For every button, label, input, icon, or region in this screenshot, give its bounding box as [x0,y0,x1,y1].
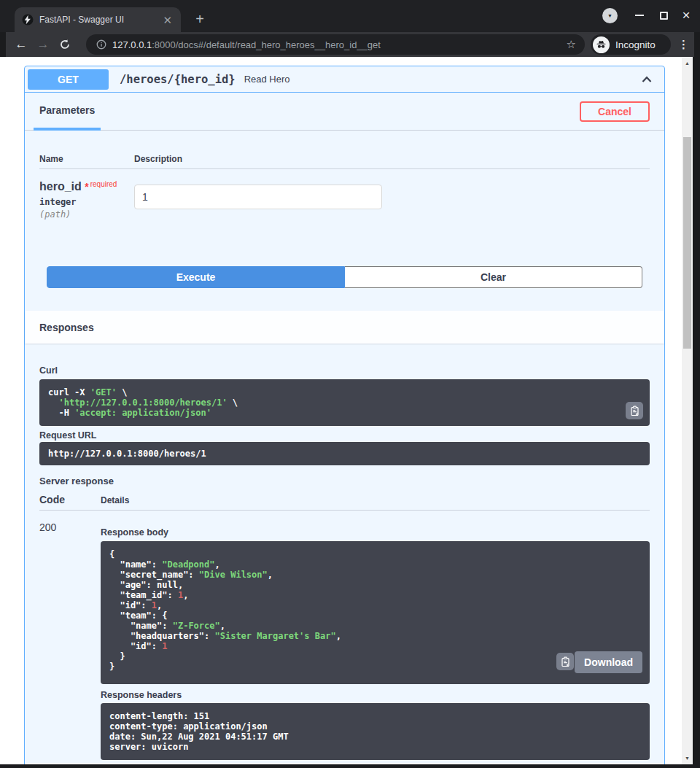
request-url-label: Request URL [39,430,650,441]
forward-button[interactable]: → [34,34,52,55]
operation-summary[interactable]: GET /heroes/{hero_id} Read Hero [25,66,664,93]
request-url-block: http://127.0.0.1:8000/heroes/1 [39,442,650,465]
scroll-down-icon[interactable]: ▼ [682,756,693,761]
browser-tab-bar: FastAPI - Swagger UI ✕ + ▼ × [0,0,700,32]
window-menu-circle-icon[interactable]: ▼ [602,8,618,23]
scrollbar-thumb[interactable] [683,137,691,349]
response-body-block: { "name": "Deadpond", "secret_name": "Di… [101,541,650,684]
incognito-label: Incognito [615,39,656,50]
parameter-row: hero_id *required integer (path) [39,169,650,220]
window-maximize-button[interactable] [656,7,672,23]
browser-tab[interactable]: FastAPI - Swagger UI ✕ [15,7,181,32]
parameters-tab-row: Parameters Cancel [25,93,664,131]
column-details: Details [101,495,129,505]
minimize-icon [635,15,644,16]
documented-responses-header: Responses [25,763,664,764]
parameter-name-cell: hero_id *required integer (path) [39,180,134,220]
swagger-page: GET /heroes/{hero_id} Read Hero Paramete… [6,57,682,764]
curl-command-text: curl -X 'GET' \ 'http://127.0.0.1:8000/h… [48,387,641,418]
clear-button[interactable]: Clear [345,266,642,288]
column-code: Code [39,494,101,505]
parameter-name: hero_id [39,180,82,193]
required-label: required [90,180,117,188]
collapse-button[interactable] [639,72,654,87]
copy-curl-button[interactable] [626,402,643,419]
incognito-icon [593,36,610,53]
responses-section-header: Responses [25,311,664,344]
hero-id-input[interactable] [134,185,382,209]
response-headers-block: content-length: 151content-type: applica… [101,703,650,760]
address-bar[interactable]: 127.0.0.1:8000/docs#/default/read_hero_h… [86,34,585,55]
tab-close-icon[interactable]: ✕ [161,15,174,26]
operation-path: /heroes/{hero_id} [120,73,236,86]
site-info-icon[interactable] [96,39,106,50]
chevron-up-icon [639,72,654,87]
operation-block-get: GET /heroes/{hero_id} Read Hero Paramete… [24,66,665,764]
tab-parameters[interactable]: Parameters [34,93,101,131]
parameter-value-cell [134,180,650,220]
parameters-area: Name Description hero_id *required integ… [25,131,664,311]
maximize-icon [660,12,668,20]
status-code: 200 [39,521,101,760]
clipboard-icon [629,406,640,416]
request-url-text: http://127.0.0.1:8000/heroes/1 [48,449,641,459]
response-details: Response body { "name": "Deadpond", "sec… [101,521,650,760]
response-table-header: Code Details [39,494,650,511]
column-name: Name [39,154,134,164]
response-headers-label: Response headers [101,690,650,700]
column-description: Description [134,154,182,164]
browser-toolbar: ← → 127.0.0.1:8000/docs#/default/read_he… [6,32,694,57]
bookmark-star-icon[interactable]: ☆ [567,38,576,51]
clipboard-icon [560,656,571,667]
tab-title: FastAPI - Swagger UI [39,15,161,25]
method-badge: GET [28,69,109,90]
reload-button[interactable] [55,34,74,55]
browser-menu-icon[interactable]: ⋮ [678,38,689,51]
response-body-label: Response body [101,527,650,538]
page-scrollbar[interactable]: ▲ ▼ [682,57,693,764]
required-star: * [85,181,88,193]
window-minimize-button[interactable] [631,7,648,23]
scroll-up-icon[interactable]: ▲ [682,61,693,66]
page-left-margin [0,57,6,764]
operation-description: Read Hero [244,74,290,85]
response-row: 200 Response body { "name": "Deadpond", … [39,511,650,760]
url-text[interactable]: 127.0.0.1:8000/docs#/default/read_hero_h… [112,39,381,50]
response-headers-text: content-length: 151content-type: applica… [109,711,641,752]
responses-body: Curl curl -X 'GET' \ 'http://127.0.0.1:8… [25,344,664,763]
reload-icon [59,39,71,50]
fastapi-favicon-icon [22,14,34,26]
window-close-button[interactable]: × [678,7,694,23]
back-button[interactable]: ← [12,34,31,55]
cancel-button[interactable]: Cancel [580,101,650,122]
responses-title: Responses [39,322,94,333]
parameter-location: (path) [39,209,134,220]
curl-label: Curl [39,365,650,376]
download-button[interactable]: Download [575,651,642,673]
url-host: 127.0.0.1 [112,39,152,50]
curl-command-block: curl -X 'GET' \ 'http://127.0.0.1:8000/h… [39,379,650,426]
new-tab-button[interactable]: + [191,10,209,28]
url-path: :8000/docs#/default/read_hero_heroes__he… [152,39,381,50]
incognito-badge: Incognito [591,34,671,55]
parameter-type: integer [39,197,134,207]
copy-response-button[interactable] [556,653,574,670]
parameters-columns-header: Name Description [39,154,650,169]
execute-button[interactable]: Execute [47,266,345,288]
server-response-label: Server response [39,476,650,486]
execute-row: Execute Clear [47,266,642,288]
